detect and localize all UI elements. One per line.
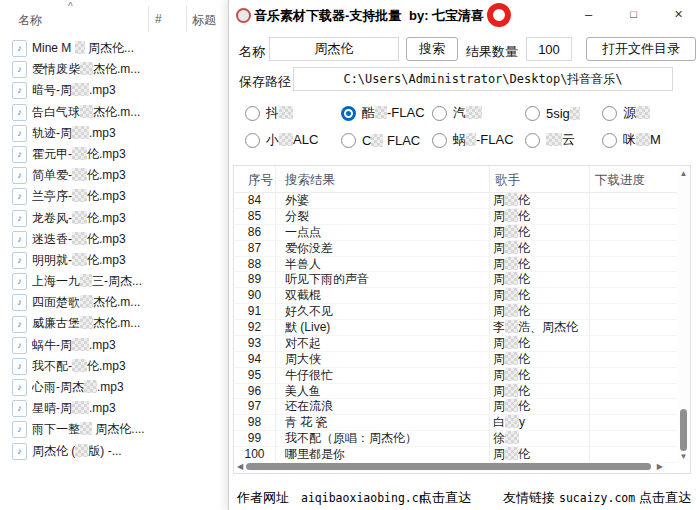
cell-singer: 白y: [489, 415, 589, 430]
cell-song-title: 好久不见: [275, 304, 489, 319]
table-row[interactable]: 98青 花 瓷白y: [234, 415, 678, 431]
file-item[interactable]: ♪兰亭序-伦.mp3: [0, 186, 222, 207]
result-count-input[interactable]: [526, 37, 572, 61]
file-item[interactable]: ♪轨迹-周.mp3: [0, 123, 222, 144]
file-item[interactable]: ♪明明就-伦.mp3: [0, 250, 222, 271]
file-item[interactable]: ♪简单爱-伦.mp3: [0, 165, 222, 186]
table-row[interactable]: 89听见下雨的声音周伦: [234, 272, 678, 288]
radio-unselected-icon[interactable]: [432, 106, 447, 121]
column-header-result[interactable]: 搜索结果: [285, 172, 335, 189]
horizontal-scrollbar[interactable]: ◀ ▶: [235, 461, 665, 472]
file-item[interactable]: ♪我不配-伦.mp3: [0, 356, 222, 377]
minimize-button[interactable]: –: [566, 0, 611, 30]
save-path-input[interactable]: [293, 67, 673, 91]
file-item[interactable]: ♪告白气球杰伦.m...: [0, 102, 222, 123]
file-name: 霍元甲-伦.mp3: [32, 144, 126, 165]
column-divider[interactable]: [186, 6, 187, 32]
cell-song-title: 默 (Live): [275, 320, 489, 335]
file-item[interactable]: ♪蜗牛-周.mp3: [0, 335, 222, 356]
source-radio-option[interactable]: C FLAC: [341, 132, 420, 148]
file-item[interactable]: ♪四面楚歌杰伦.m...: [0, 292, 222, 313]
table-row[interactable]: 87爱你没差周伦: [234, 241, 678, 257]
cell-song-title: 分裂: [275, 209, 489, 224]
vertical-scrollbar-thumb[interactable]: [680, 409, 687, 451]
radio-unselected-icon[interactable]: [432, 133, 447, 148]
source-radio-option[interactable]: 抖: [245, 105, 293, 121]
column-divider[interactable]: [148, 6, 149, 32]
file-item[interactable]: ♪霍元甲-伦.mp3: [0, 144, 222, 165]
author-site-link[interactable]: 点击直达: [419, 489, 471, 507]
source-radio-option[interactable]: 源: [602, 105, 650, 121]
scroll-right-icon[interactable]: ▶: [657, 462, 663, 471]
scroll-left-icon[interactable]: ◀: [237, 462, 243, 471]
file-item[interactable]: ♪龙卷风-伦.mp3: [0, 208, 222, 229]
radio-unselected-icon[interactable]: [525, 133, 540, 148]
table-row[interactable]: 86一点点周伦: [234, 225, 678, 241]
column-header-progress[interactable]: 下载进度: [595, 172, 645, 189]
column-header-number[interactable]: #: [155, 12, 162, 26]
scroll-down-icon[interactable]: ▼: [677, 452, 690, 461]
source-radio-option[interactable]: 酷-FLAC: [341, 105, 425, 121]
radio-selected-icon[interactable]: [341, 106, 356, 121]
source-radio-option[interactable]: 云: [525, 132, 575, 148]
source-radio-option[interactable]: 5sig: [525, 105, 580, 121]
radio-unselected-icon[interactable]: [341, 133, 356, 148]
file-item[interactable]: ♪Mine M 周杰伦...: [0, 38, 222, 59]
radio-unselected-icon[interactable]: [245, 106, 260, 121]
close-button[interactable]: ×: [656, 0, 700, 30]
table-row[interactable]: 95牛仔很忙周伦: [234, 368, 678, 384]
censored-text: [80, 316, 93, 329]
table-row[interactable]: 90双截棍周伦: [234, 288, 678, 304]
table-row[interactable]: 99我不配（原唱：周杰伦）徐: [234, 431, 678, 447]
censored-text: [505, 241, 518, 254]
radio-unselected-icon[interactable]: [245, 133, 260, 148]
file-item[interactable]: ♪暗号-周.mp3: [0, 80, 222, 101]
table-row[interactable]: 91好久不见周伦: [234, 304, 678, 320]
app-window: 音乐素材下载器-支持批量 by: 七宝清喜 – □ × 名称 搜索 结果数量 打…: [228, 0, 700, 510]
file-item[interactable]: ♪心雨-周杰.mp3: [0, 377, 222, 398]
file-item[interactable]: ♪上海一九三-周杰...: [0, 271, 222, 292]
table-row[interactable]: 93对不起周伦: [234, 336, 678, 352]
source-radio-option[interactable]: 小ALC: [245, 132, 318, 148]
file-item[interactable]: ♪爱情废柴杰伦.m...: [0, 59, 222, 80]
file-item[interactable]: ♪星晴-周.mp3: [0, 398, 222, 419]
cell-progress: [589, 415, 678, 430]
cell-no: 86: [234, 225, 275, 240]
maximize-button[interactable]: □: [611, 0, 656, 30]
source-radio-option[interactable]: 蜗-FLAC: [432, 132, 514, 148]
file-item[interactable]: ♪迷迭香-伦.mp3: [0, 229, 222, 250]
song-name-input[interactable]: [269, 37, 399, 61]
horizontal-scrollbar-thumb[interactable]: [246, 463, 651, 470]
window-title: 音乐素材下载器-支持批量: [254, 7, 401, 25]
scroll-up-icon[interactable]: ▲: [677, 169, 690, 178]
column-header-name[interactable]: 名称: [18, 12, 42, 29]
radio-unselected-icon[interactable]: [602, 133, 617, 148]
table-row[interactable]: 84外婆周伦: [234, 193, 678, 209]
name-label: 名称: [239, 43, 265, 61]
open-directory-button[interactable]: 打开文件目录: [586, 37, 696, 61]
source-radio-option[interactable]: 咪M: [602, 132, 661, 148]
radio-unselected-icon[interactable]: [525, 106, 540, 121]
censored-text: [72, 126, 89, 139]
source-radio-option[interactable]: 汽: [432, 105, 482, 121]
censored-text: [72, 211, 87, 224]
file-item[interactable]: ♪周杰伦 (版) -...: [0, 441, 222, 462]
column-header-singer[interactable]: 歌手: [495, 172, 520, 189]
table-row[interactable]: 97还在流浪周伦: [234, 399, 678, 415]
file-item[interactable]: ♪威廉古堡杰伦.m...: [0, 313, 222, 334]
vertical-scrollbar[interactable]: ▲ ▼: [677, 166, 690, 463]
source-radio-label: 云: [546, 131, 575, 149]
cell-no: 85: [234, 209, 275, 224]
table-row[interactable]: 94周大侠周伦: [234, 352, 678, 368]
table-row[interactable]: 85分裂周伦: [234, 209, 678, 225]
file-item[interactable]: ♪雨下一整 周杰伦....: [0, 419, 222, 440]
radio-unselected-icon[interactable]: [602, 106, 617, 121]
friend-link-go[interactable]: 点击直达: [639, 489, 691, 507]
column-header-no[interactable]: 序号: [248, 172, 273, 189]
column-header-title[interactable]: 标题: [192, 12, 216, 29]
table-row[interactable]: 88半兽人周伦: [234, 257, 678, 273]
cell-no: 87: [234, 241, 275, 256]
table-row[interactable]: 92默 (Live)李浩、周杰伦: [234, 320, 678, 336]
table-row[interactable]: 96美人鱼周伦: [234, 384, 678, 400]
search-button[interactable]: 搜索: [406, 37, 458, 61]
